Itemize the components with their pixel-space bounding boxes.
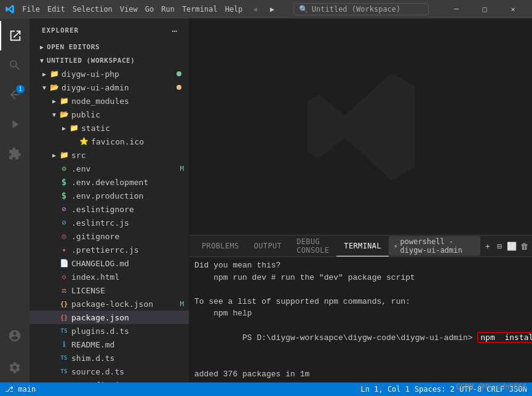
file-label: .env	[71, 164, 180, 173]
list-item[interactable]: ▶ ⚖ LICENSE	[30, 283, 189, 297]
activity-search[interactable]	[0, 50, 30, 80]
list-item[interactable]: ▶ ◇ index.html	[30, 270, 189, 283]
file-label: diygw-ui-php	[62, 69, 177, 79]
indentation[interactable]: Spaces: 2	[415, 385, 455, 394]
search-text: Untitled (Workspace)	[312, 5, 401, 14]
activity-settings[interactable]	[0, 353, 30, 382]
sidebar-header: EXPLORER ⋯	[30, 18, 189, 40]
terminal-body[interactable]: Did you mean this? npm run dev # run the…	[189, 257, 532, 382]
list-item[interactable]: ▶ TS plugins.d.ts	[30, 324, 189, 338]
menu-view[interactable]: View	[120, 5, 138, 14]
add-terminal-button[interactable]: +	[483, 239, 493, 253]
list-item[interactable]: ▼ 📂 public	[30, 108, 189, 121]
open-editors-section[interactable]: ▶ OPEN EDITORS	[30, 40, 189, 53]
activity-bar: 1	[0, 18, 30, 382]
terminal-line	[194, 283, 527, 296]
vscode-watermark	[300, 65, 423, 188]
list-item[interactable]: ▶ 📁 src	[30, 148, 189, 162]
terminal-tabs: PROBLEMS OUTPUT DEBUG CONSOLE TERMINAL ⚡…	[189, 236, 532, 257]
list-item[interactable]: ▶ ✦ .prettierrc.js	[30, 243, 189, 256]
maximize-button[interactable]: □	[470, 0, 499, 18]
list-item[interactable]: ▶ ◎ .gitignore	[30, 229, 189, 243]
minimize-button[interactable]: ─	[442, 0, 470, 18]
terminal-right-controls: ⚡ powershell - diygw-ui-admin + ⊟ ⬜ 🗑 ∧ …	[389, 236, 532, 256]
activity-run[interactable]	[0, 109, 30, 139]
file-label: .prettierrc.js	[71, 245, 186, 255]
titlebar-search-area: 🔍 Untitled (Workspace)	[280, 3, 442, 15]
cursor-position[interactable]: Ln 1, Col 1	[361, 385, 410, 394]
split-terminal-button[interactable]: ⊟	[495, 239, 505, 253]
tab-problems[interactable]: PROBLEMS	[194, 236, 247, 256]
list-item[interactable]: ▶ {} package.json	[30, 311, 189, 324]
folder-icon: 📁	[49, 69, 59, 79]
list-item[interactable]: ▼ 📂 diygw-ui-admin	[30, 81, 189, 94]
list-item[interactable]: ▶ ⚙ .env M	[30, 162, 189, 175]
terminal-instance-name: powershell - diygw-ui-admin	[400, 237, 476, 255]
menu-selection[interactable]: Selection	[73, 5, 113, 14]
search-icon: 🔍	[299, 5, 308, 14]
tab-debug-console[interactable]: DEBUG CONSOLE	[289, 236, 336, 256]
list-item[interactable]: ▶ ℹ README.md	[30, 338, 189, 351]
activity-source-control[interactable]: 1	[0, 80, 30, 109]
file-icon: {}	[59, 312, 69, 322]
list-item[interactable]: ▶ $ .env.development	[30, 175, 189, 189]
list-item[interactable]: ▶ ⊘ .eslintrc.js	[30, 216, 189, 229]
list-item[interactable]: ▶ 📁 node_modules	[30, 94, 189, 108]
list-item[interactable]: ▶ TS shim.d.ts	[30, 351, 189, 365]
file-icon: ⭐	[79, 137, 89, 146]
tab-terminal[interactable]: TERMINAL	[336, 236, 389, 256]
file-icon: TS	[59, 326, 69, 336]
nav-forward-button[interactable]: ▶	[265, 2, 280, 17]
menu-go[interactable]: Go	[145, 5, 154, 14]
list-item[interactable]: ▶ ⊘ .eslintignore	[30, 202, 189, 216]
git-branch[interactable]: ⎇ main	[5, 385, 36, 394]
workspace-arrow: ▼	[37, 55, 47, 65]
kill-terminal-button[interactable]: 🗑	[519, 239, 529, 253]
file-icon: ◇	[59, 272, 69, 282]
list-item[interactable]: ▶ 📁 diygw-ui-php	[30, 67, 189, 81]
terminal-layout-button[interactable]: ⬜	[507, 239, 517, 253]
list-item[interactable]: ▶ $ .env.production	[30, 189, 189, 202]
menu-terminal[interactable]: Terminal	[182, 5, 218, 14]
file-label: public	[71, 110, 186, 119]
folder-icon: 📁	[69, 123, 79, 133]
list-item[interactable]: ▶ ⭐ favicon.ico	[30, 135, 189, 148]
menu-help[interactable]: Help	[225, 5, 243, 14]
list-item[interactable]: ▶ TS source.d.ts	[30, 365, 189, 378]
list-item[interactable]: ▶ 📁 static	[30, 121, 189, 135]
terminal-line: npm help	[194, 307, 527, 320]
menu-edit[interactable]: Edit	[47, 5, 65, 14]
workspace-section[interactable]: ▼ UNTITLED (WORKSPACE)	[30, 53, 189, 67]
search-bar[interactable]: 🔍 Untitled (Workspace)	[293, 3, 429, 15]
close-button[interactable]: ✕	[499, 0, 527, 18]
file-label: index.html	[71, 272, 186, 282]
list-item[interactable]: ▶ 📄 CHANGELOG.md	[30, 256, 189, 270]
activity-explorer[interactable]	[0, 21, 30, 50]
file-icon: ✦	[59, 245, 69, 255]
source-control-badge: 1	[16, 85, 25, 93]
file-icon: TS	[59, 366, 69, 376]
file-label: .eslintignore	[71, 205, 186, 214]
file-label: CHANGELOG.md	[71, 259, 186, 268]
list-item[interactable]: ▶ {} package-lock.json M	[30, 297, 189, 311]
list-item[interactable]: ▶ {} tsconfig.json	[30, 378, 189, 382]
open-editors-label: OPEN EDITORS	[47, 43, 100, 51]
status-bar-left: ⎇ main	[5, 385, 36, 394]
nav-back-button[interactable]: ◀	[248, 2, 263, 17]
file-icon: TS	[59, 353, 69, 363]
file-label: static	[81, 124, 186, 133]
folder-arrow: ▶	[39, 69, 49, 79]
menu-run[interactable]: Run	[161, 5, 175, 14]
file-label: source.d.ts	[71, 367, 186, 376]
status-bar: ⎇ main Ln 1, Col 1 Spaces: 2 UTF-8 CRLF …	[0, 382, 532, 396]
file-label: node_modules	[71, 97, 186, 106]
tab-output[interactable]: OUTPUT	[247, 236, 290, 256]
modified-badge: M	[180, 165, 186, 173]
terminal-line: npm run dev # run the "dev" package scri…	[194, 272, 527, 284]
menu-file[interactable]: File	[22, 5, 40, 14]
new-file-button[interactable]: ⋯	[168, 24, 181, 38]
activity-extensions[interactable]	[0, 139, 30, 168]
file-icon: ◎	[59, 231, 69, 241]
vscode-icon	[5, 4, 15, 14]
activity-accounts[interactable]	[0, 321, 30, 350]
